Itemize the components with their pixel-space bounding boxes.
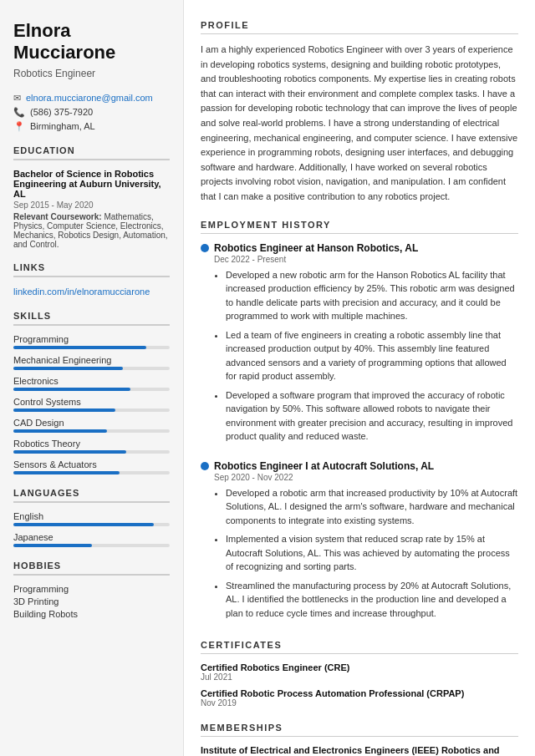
sidebar: Elnora Mucciarone Robotics Engineer ✉ el… xyxy=(0,0,184,756)
education-block: Bachelor of Science in Robotics Engineer… xyxy=(13,169,170,249)
job-title: Robotics Engineer xyxy=(13,68,170,79)
skill-item: Robotics Theory xyxy=(13,439,170,454)
skill-item: CAD Design xyxy=(13,418,170,433)
job-header: Robotics Engineer at Hanson Robotics, AL… xyxy=(201,242,518,449)
skill-bar-bg xyxy=(13,367,170,370)
main-content: PROFILE I am a highly experienced Roboti… xyxy=(184,0,535,756)
linkedin-link[interactable]: linkedin.com/in/elnoramucciarone xyxy=(13,287,150,297)
education-section-title: EDUCATION xyxy=(13,145,170,160)
edu-degree: Bachelor of Science in Robotics Engineer… xyxy=(13,169,170,199)
job-bullet: Developed a software program that improv… xyxy=(226,388,518,444)
email-link[interactable]: elnora.mucciarone@gmail.com xyxy=(26,93,153,103)
skill-bar-bg xyxy=(13,450,170,454)
job-block: Robotics Engineer I at Autocraft Solutio… xyxy=(201,460,518,626)
membership-item: Institute of Electrical and Electronics … xyxy=(201,745,518,756)
certificate-item: Certified Robotic Process Automation Pro… xyxy=(201,688,518,708)
languages-section-title: LANGUAGES xyxy=(13,488,170,503)
edu-coursework: Relevant Coursework: Mathematics, Physic… xyxy=(13,212,170,249)
skill-item: Sensors & Actuators xyxy=(13,459,170,474)
phone-icon: 📞 xyxy=(13,107,25,118)
certificate-item: Certified Robotics Engineer (CRE) Jul 20… xyxy=(201,662,518,682)
edu-dates: Sep 2015 - May 2020 xyxy=(13,200,170,210)
job-dot xyxy=(201,244,209,252)
skill-name: Robotics Theory xyxy=(13,439,170,449)
profile-section-title: PROFILE xyxy=(201,20,518,34)
memberships-section-title: MEMBERSHIPS xyxy=(201,723,518,737)
location-text: Birmingham, AL xyxy=(30,121,95,131)
name-line1: Elnora xyxy=(13,20,70,41)
job-content: Robotics Engineer I at Autocraft Solutio… xyxy=(214,460,518,626)
skill-bar-bg xyxy=(13,388,170,391)
job-dot xyxy=(201,462,209,470)
skill-bar-bg xyxy=(13,471,170,474)
contact-section: ✉ elnora.mucciarone@gmail.com 📞 (586) 37… xyxy=(13,93,170,132)
memberships-list: Institute of Electrical and Electronics … xyxy=(201,745,518,756)
links-section-title: LINKS xyxy=(13,262,170,277)
email-icon: ✉ xyxy=(13,93,21,104)
skill-bar-fill xyxy=(13,388,130,391)
linkedin-link-item: linkedin.com/in/elnoramucciarone xyxy=(13,286,170,297)
skill-name: Programming xyxy=(13,334,170,344)
language-item: English xyxy=(13,511,170,526)
hobby-item: Building Robots xyxy=(13,609,170,619)
candidate-name: Elnora Mucciarone Robotics Engineer xyxy=(13,20,170,79)
job-block: Robotics Engineer at Hanson Robotics, AL… xyxy=(201,242,518,449)
job-dates: Sep 2020 - Nov 2022 xyxy=(214,473,518,482)
cert-date: Jul 2021 xyxy=(201,672,518,682)
skill-bar-fill xyxy=(13,450,126,454)
hobby-item: Programming xyxy=(13,584,170,594)
hobby-item: 3D Printing xyxy=(13,596,170,606)
skill-name: Control Systems xyxy=(13,397,170,407)
skill-bar-bg xyxy=(13,408,170,412)
languages-list: English Japanese xyxy=(13,511,170,547)
skill-bar-fill xyxy=(13,429,107,433)
lang-bar-bg xyxy=(13,544,170,547)
skill-bar-fill xyxy=(13,367,123,370)
location-icon: 📍 xyxy=(13,121,25,132)
skill-name: Electronics xyxy=(13,376,170,386)
cert-title: Certified Robotics Engineer (CRE) xyxy=(201,662,518,672)
job-bullet: Streamlined the manufacturing process by… xyxy=(226,579,518,621)
name-line2: Mucciarone xyxy=(13,42,115,63)
skill-name: Sensors & Actuators xyxy=(13,459,170,469)
language-item: Japanese xyxy=(13,532,170,547)
lang-bar-fill xyxy=(13,544,92,547)
job-title-text: Robotics Engineer I at Autocraft Solutio… xyxy=(214,460,518,472)
skills-list: Programming Mechanical Engineering Elect… xyxy=(13,334,170,474)
lang-bar-bg xyxy=(13,523,170,526)
job-bullet: Developed a robotic arm that increased p… xyxy=(226,486,518,528)
language-name: English xyxy=(13,511,170,521)
jobs-list: Robotics Engineer at Hanson Robotics, AL… xyxy=(201,242,518,626)
membership-title: Institute of Electrical and Electronics … xyxy=(201,745,518,756)
lang-bar-fill xyxy=(13,523,154,526)
coursework-label: Relevant Coursework: xyxy=(13,212,102,221)
employment-section-title: EMPLOYMENT HISTORY xyxy=(201,220,518,234)
skill-bar-fill xyxy=(13,471,120,474)
job-dates: Dec 2022 - Present xyxy=(214,255,518,264)
job-bullet: Led a team of five engineers in creating… xyxy=(226,328,518,383)
skill-name: Mechanical Engineering xyxy=(13,355,170,365)
job-content: Robotics Engineer at Hanson Robotics, AL… xyxy=(214,242,518,449)
skills-section-title: SKILLS xyxy=(13,311,170,326)
skill-name: CAD Design xyxy=(13,418,170,428)
skill-item: Programming xyxy=(13,334,170,349)
skill-bar-fill xyxy=(13,408,115,412)
skill-bar-bg xyxy=(13,346,170,349)
job-bullets: Developed a robotic arm that increased p… xyxy=(214,486,518,621)
job-title-text: Robotics Engineer at Hanson Robotics, AL xyxy=(214,242,518,254)
profile-text: I am a highly experienced Robotics Engin… xyxy=(201,43,518,205)
cert-date: Nov 2019 xyxy=(201,698,518,708)
hobbies-section-title: HOBBIES xyxy=(13,561,170,576)
language-name: Japanese xyxy=(13,532,170,542)
skill-item: Mechanical Engineering xyxy=(13,355,170,370)
skill-item: Control Systems xyxy=(13,397,170,412)
skill-bar-bg xyxy=(13,429,170,433)
cert-title: Certified Robotic Process Automation Pro… xyxy=(201,688,518,698)
job-bullet: Developed a new robotic arm for the Hans… xyxy=(226,268,518,323)
job-header: Robotics Engineer I at Autocraft Solutio… xyxy=(201,460,518,626)
job-bullet: Implemented a vision system that reduced… xyxy=(226,532,518,574)
skill-bar-fill xyxy=(13,346,146,349)
hobbies-list: Programming3D PrintingBuilding Robots xyxy=(13,584,170,619)
phone-text: (586) 375-7920 xyxy=(30,107,93,117)
job-bullets: Developed a new robotic arm for the Hans… xyxy=(214,268,518,444)
